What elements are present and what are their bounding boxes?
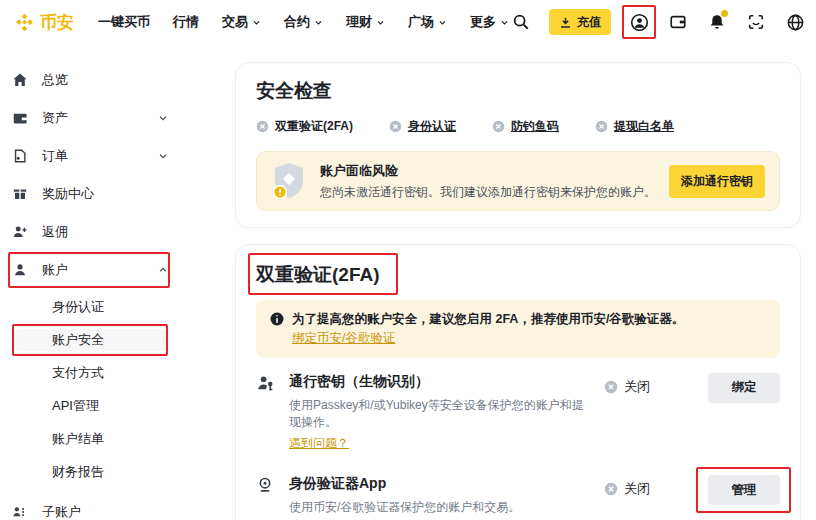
sidebar-item-sub-accounts[interactable]: 子账户 [12, 500, 168, 520]
twofa-tip-banner: 为了提高您的账户安全，建议您启用 2FA，推荐使用币安/谷歌验证器。 绑定币安/… [256, 300, 780, 358]
status-cross-icon [604, 482, 618, 496]
nav-label: 广场 [408, 13, 434, 31]
qr-scan-icon[interactable] [745, 11, 767, 33]
sidebar-sublabel: 支付方式 [52, 364, 104, 382]
row-status: 关闭 [604, 378, 692, 396]
sidebar-item-referral[interactable]: 返佣 [12, 220, 168, 244]
checklist-label: 提现白名单 [614, 118, 674, 135]
nav-item-markets[interactable]: 行情 [173, 13, 199, 31]
logo-text: 币安 [40, 11, 74, 34]
nav-item-earn[interactable]: 理财 [346, 13, 385, 31]
sidebar-label: 返佣 [42, 223, 68, 241]
sidebar-label: 资产 [42, 109, 68, 127]
nav-item-more[interactable]: 更多 [470, 13, 509, 31]
sidebar-item-orders[interactable]: 订单 [12, 144, 168, 168]
status-cross-icon [492, 120, 505, 133]
add-passkey-button[interactable]: 添加通行密钥 [669, 165, 765, 198]
nav-item-buy-crypto[interactable]: 一键买币 [98, 13, 150, 31]
checklist-item-withdrawal-whitelist[interactable]: 提现白名单 [595, 118, 674, 135]
sidebar-subitem-account-statement[interactable]: 账户结单 [12, 428, 168, 450]
chevron-down-icon [158, 151, 168, 161]
risk-description: 您尚未激活通行密钥。我们建议添加通行密钥来保护您的账户。 [320, 184, 656, 201]
checklist-item-2fa[interactable]: 双重验证(2FA) [256, 118, 353, 135]
sidebar-sublabel: 财务报告 [52, 463, 104, 481]
twofa-title-text: 双重验证(2FA) [256, 264, 380, 285]
tip-content: 为了提高您的账户安全，建议您启用 2FA，推荐使用币安/谷歌验证器。 绑定币安/… [292, 310, 684, 348]
twofa-card: 双重验证(2FA) 为了提高您的账户安全，建议您启用 2FA，推荐使用币安/谷歌… [235, 244, 801, 520]
sidebar-item-assets[interactable]: 资产 [12, 106, 168, 130]
status-label: 关闭 [624, 480, 650, 498]
security-check-title: 安全检查 [256, 78, 780, 104]
shield-warning-icon [271, 161, 307, 201]
header-actions: 充值 [510, 9, 806, 35]
sidebar-subitem-financial-reports[interactable]: 财务报告 [12, 461, 168, 483]
row-main: 身份验证器App 使用币安/谷歌验证器保护您的账户和交易。 [289, 475, 604, 516]
account-risk-banner: 账户面临风险 您尚未激活通行密钥。我们建议添加通行密钥来保护您的账户。 添加通行… [256, 151, 780, 211]
checklist-item-anti-phishing[interactable]: 防钓鱼码 [492, 118, 559, 135]
notifications-bell-icon[interactable] [706, 11, 728, 33]
download-icon [559, 16, 572, 29]
sidebar: 总览 资产 订单 奖励中心 返佣 账户 身份认证 [0, 60, 215, 520]
sidebar-label: 奖励中心 [42, 185, 94, 203]
sidebar-label: 订单 [42, 147, 68, 165]
passkey-biometric-icon [256, 373, 276, 397]
row-description: 使用Passkey和/或Yubikey等安全设备保护您的账户和提现操作。 [289, 397, 594, 432]
status-cross-icon [604, 380, 618, 394]
binance-logo[interactable]: 币安 [14, 11, 74, 34]
notification-badge-dot [721, 10, 728, 17]
security-checklist: 双重验证(2FA) 身份认证 防钓鱼码 提现白名单 [256, 118, 780, 135]
authenticator-app-icon [256, 475, 276, 498]
security-row-authenticator-app: 身份验证器App 使用币安/谷歌验证器保护您的账户和交易。 关闭 管理 [256, 460, 780, 520]
search-icon[interactable] [510, 11, 532, 33]
chevron-up-icon [158, 265, 168, 275]
referral-person-plus-icon [12, 224, 29, 241]
nav-item-futures[interactable]: 合约 [284, 13, 323, 31]
nav-item-square[interactable]: 广场 [408, 13, 447, 31]
nav-label: 一键买币 [98, 13, 150, 31]
twofa-heading-wrap: 双重验证(2FA) [256, 262, 780, 288]
checklist-item-identity[interactable]: 身份认证 [389, 118, 456, 135]
sidebar-subitem-payment-methods[interactable]: 支付方式 [12, 362, 168, 384]
status-label: 关闭 [624, 378, 650, 396]
tip-text: 为了提高您的账户安全，建议您启用 2FA，推荐使用币安/谷歌验证器。 [292, 310, 684, 329]
bind-authenticator-link[interactable]: 绑定币安/谷歌验证 [292, 331, 395, 345]
nav-label: 理财 [346, 13, 372, 31]
manage-authenticator-button[interactable]: 管理 [708, 475, 780, 505]
language-globe-icon[interactable] [784, 11, 806, 33]
row-status: 关闭 [604, 480, 692, 498]
sidebar-subitem-identity-verification[interactable]: 身份认证 [12, 296, 168, 318]
row-title: 通行密钥（生物识别） [289, 373, 594, 391]
top-nav-bar: 币安 一键买币 行情 交易 合约 理财 广场 更多 充值 [0, 0, 816, 44]
sidebar-sublabel: API管理 [52, 397, 99, 415]
trouble-link[interactable]: 遇到问题？ [289, 435, 349, 452]
row-main: 通行密钥（生物识别） 使用Passkey和/或Yubikey等安全设备保护您的账… [289, 373, 604, 453]
deposit-label: 充值 [577, 14, 601, 31]
sidebar-item-overview[interactable]: 总览 [12, 68, 168, 92]
orders-document-icon [12, 148, 29, 165]
wallet-icon[interactable] [667, 11, 689, 33]
chevron-down-icon [252, 15, 261, 30]
info-icon [270, 310, 284, 348]
chevron-down-icon [500, 15, 509, 30]
sidebar-label: 子账户 [42, 503, 81, 520]
sidebar-item-rewards-hub[interactable]: 奖励中心 [12, 182, 168, 206]
deposit-button[interactable]: 充值 [549, 9, 611, 35]
nav-item-trade[interactable]: 交易 [222, 13, 261, 31]
sidebar-label: 账户 [42, 261, 68, 279]
account-submenu: 身份认证 账户安全 支付方式 API管理 账户结单 财务报告 [12, 296, 215, 483]
sidebar-sublabel: 账户结单 [52, 430, 104, 448]
checklist-label: 身份认证 [408, 118, 456, 135]
status-cross-icon [256, 120, 269, 133]
annotation-box-account [8, 252, 170, 288]
risk-texts: 账户面临风险 您尚未激活通行密钥。我们建议添加通行密钥来保护您的账户。 [320, 162, 656, 201]
row-title: 身份验证器App [289, 475, 594, 493]
sidebar-subitem-account-security[interactable]: 账户安全 [12, 329, 168, 351]
chevron-down-icon [376, 15, 385, 30]
rewards-icon [12, 186, 29, 203]
sidebar-sublabel: 账户安全 [52, 331, 104, 349]
sidebar-subitem-api-management[interactable]: API管理 [12, 395, 168, 417]
user-profile-icon[interactable] [628, 11, 650, 33]
bind-passkey-button[interactable]: 绑定 [708, 373, 780, 403]
chevron-down-icon [438, 15, 447, 30]
sidebar-item-account[interactable]: 账户 [12, 258, 168, 282]
